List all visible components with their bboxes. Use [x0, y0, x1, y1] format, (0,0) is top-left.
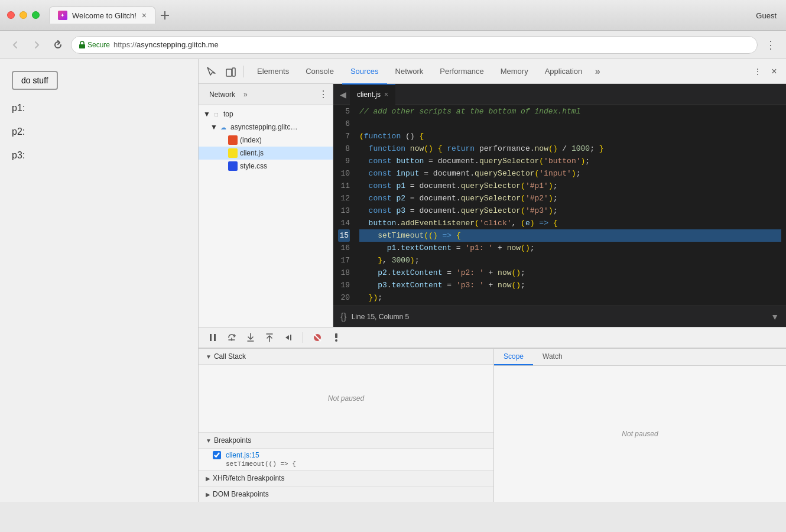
code-line-5: // add other scripts at the bottom of in…: [359, 105, 781, 118]
tab-network[interactable]: Network: [387, 60, 432, 85]
secure-badge: Secure: [79, 41, 110, 49]
file-panel-toolbar: Network » ⋮: [199, 84, 333, 105]
folder-icon: □: [212, 109, 221, 119]
close-button[interactable]: [7, 11, 15, 19]
pause-resume-button[interactable]: [206, 330, 220, 345]
dom-breakpoints-header[interactable]: ▶ DOM Breakpoints: [199, 486, 493, 502]
code-tab-close-button[interactable]: ×: [384, 90, 388, 99]
format-button[interactable]: {}: [340, 312, 347, 322]
code-line-18: p2.textContent = 'p2: ' + now();: [359, 267, 781, 279]
file-panel-more-button[interactable]: »: [243, 90, 248, 99]
breakpoint-location[interactable]: client.js:15: [226, 451, 259, 459]
tab-memory[interactable]: Memory: [492, 60, 537, 85]
code-status-bar: {} Line 15, Column 5 ▼: [333, 306, 786, 327]
tree-item-domain[interactable]: ▼ ☁ asyncstepping.glitc…: [199, 121, 333, 134]
step-into-button[interactable]: [243, 330, 258, 345]
tree-index-label: (index): [240, 136, 262, 144]
call-stack-arrow: ▼: [206, 353, 212, 360]
scope-tabs: Scope Watch: [494, 349, 786, 366]
back-button[interactable]: [7, 37, 24, 53]
svg-rect-5: [210, 334, 212, 341]
svg-point-18: [335, 339, 337, 342]
url-host: asyncstepping.glitch.me: [137, 40, 219, 49]
js-file-icon: [228, 148, 238, 158]
code-line-12: const p2 = document.querySelector('#p2')…: [359, 192, 781, 205]
pause-on-exceptions-button[interactable]: [329, 330, 343, 345]
debugger-panel: ▼ Call Stack Not paused ▼ Breakpoints cl…: [199, 349, 494, 502]
step-over-button[interactable]: [225, 330, 239, 345]
inspect-element-button[interactable]: [203, 63, 220, 80]
code-content[interactable]: // add other scripts at the bottom of in…: [355, 105, 786, 306]
scope-content: Not paused: [494, 366, 786, 502]
p3-label: p3:: [12, 150, 186, 161]
cloud-icon: ☁: [219, 122, 228, 132]
tree-stylecss-label: style.css: [240, 162, 267, 170]
code-editor[interactable]: 5 6 7 8 9 10 11 12 13 14 15 16 17 18: [333, 105, 786, 306]
tab-close-button[interactable]: ×: [142, 11, 147, 20]
svg-rect-3: [226, 69, 232, 76]
deactivate-breakpoints-button[interactable]: [310, 330, 324, 345]
page-content: do stuff p1: p2: p3:: [0, 59, 198, 502]
devtools-toolbar: Elements Console Sources Network Perform…: [199, 59, 786, 84]
url-protocol: https://: [113, 40, 137, 49]
new-tab-button[interactable]: [155, 7, 174, 24]
breakpoint-checkbox[interactable]: [213, 451, 221, 459]
call-stack-header[interactable]: ▼ Call Stack: [199, 349, 493, 365]
minimize-button[interactable]: [20, 11, 27, 19]
scope-panel: Scope Watch Not paused: [494, 349, 786, 502]
code-line-7: (function () {: [359, 130, 781, 142]
svg-rect-6: [214, 334, 216, 341]
device-toggle-button[interactable]: [222, 63, 239, 80]
status-expand-button[interactable]: ▼: [771, 312, 779, 322]
devtools-panel: Elements Console Sources Network Perform…: [198, 59, 786, 502]
browser-menu-button[interactable]: ⋮: [762, 37, 779, 53]
breakpoints-header[interactable]: ▼ Breakpoints: [199, 433, 493, 449]
devtools-settings-button[interactable]: ⋮: [751, 64, 765, 79]
step-out-button[interactable]: [262, 330, 277, 345]
code-line-16: p1.textContent = 'p1: ' + now();: [359, 242, 781, 254]
devtools-bottom: ▼ Call Stack Not paused ▼ Breakpoints cl…: [199, 348, 786, 502]
dom-arrow: ▶: [206, 491, 210, 498]
devtools-main: Network » ⋮ ▼ □ top ▼ ☁: [199, 84, 786, 327]
do-stuff-button[interactable]: do stuff: [12, 71, 58, 90]
reload-button[interactable]: [50, 37, 66, 53]
tree-item-stylecss[interactable]: style.css: [199, 160, 333, 173]
tab-application[interactable]: Application: [537, 60, 591, 85]
html-file-icon: [228, 135, 238, 145]
file-panel-menu-button[interactable]: ⋮: [319, 89, 328, 100]
code-panel-back-button[interactable]: ◀: [336, 87, 350, 102]
tab-title: Welcome to Glitch!: [72, 11, 137, 20]
code-line-9: const button = document.querySelector('b…: [359, 155, 781, 167]
traffic-lights: [7, 11, 40, 19]
maximize-button[interactable]: [32, 11, 40, 19]
more-tabs-button[interactable]: »: [590, 59, 605, 84]
tree-clientjs-label: client.js: [240, 149, 264, 157]
code-line-20: });: [359, 291, 781, 304]
forward-button[interactable]: [28, 37, 45, 53]
browser-tab[interactable]: ✦ Welcome to Glitch! ×: [49, 7, 155, 24]
devtools-close-button[interactable]: ×: [767, 64, 781, 79]
tab-elements[interactable]: Elements: [249, 60, 297, 85]
tab-sources[interactable]: Sources: [342, 60, 387, 85]
code-tab-clientjs[interactable]: client.js ×: [350, 84, 395, 105]
code-tab-filename: client.js: [357, 90, 381, 99]
file-panel-network-tab[interactable]: Network: [203, 88, 241, 101]
code-line-15: setTimeout(() => {: [359, 229, 781, 242]
xhr-breakpoints-header[interactable]: ▶ XHR/fetch Breakpoints: [199, 470, 493, 486]
code-line-11: const p1 = document.querySelector('#p1')…: [359, 180, 781, 192]
tree-item-index[interactable]: (index): [199, 134, 333, 147]
tree-item-top[interactable]: ▼ □ top: [199, 108, 333, 121]
tab-performance[interactable]: Performance: [431, 60, 492, 85]
watch-tab[interactable]: Watch: [533, 349, 572, 365]
svg-rect-17: [335, 333, 337, 338]
line-numbers: 5 6 7 8 9 10 11 12 13 14 15 16 17 18: [333, 105, 355, 306]
url-bar[interactable]: Secure https://asyncstepping.glitch.me: [71, 36, 758, 54]
breakpoint-item: client.js:15 setTimeout(() => {: [199, 449, 493, 470]
step-button[interactable]: [281, 330, 295, 345]
breakpoints-label: Breakpoints: [214, 436, 251, 445]
scope-tab[interactable]: Scope: [494, 349, 533, 365]
tree-item-clientjs[interactable]: client.js: [199, 147, 333, 160]
breakpoints-arrow: ▼: [206, 437, 212, 444]
xhr-label: XHR/fetch Breakpoints: [213, 474, 284, 482]
tab-console[interactable]: Console: [297, 60, 342, 85]
